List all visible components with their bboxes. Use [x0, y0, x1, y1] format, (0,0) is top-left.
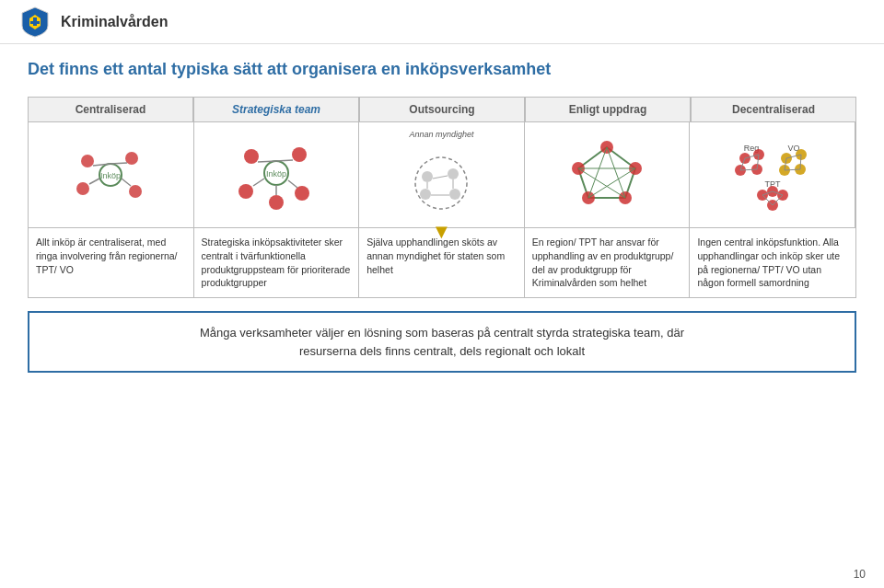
svg-point-4: [81, 155, 94, 167]
svg-point-18: [269, 195, 284, 210]
svg-line-10: [89, 179, 99, 184]
text-cell-1: Strategiska inköpsaktiviteter sker centr…: [194, 228, 360, 297]
svg-line-11: [122, 179, 131, 186]
outsourcing-arrow: ▼: [432, 220, 452, 244]
columns-header: Centraliserad Strategiska team Outsourci…: [28, 97, 856, 122]
diagram-cell-4: Reg VO: [690, 122, 855, 228]
svg-point-5: [125, 152, 138, 165]
col-header-1: Strategiska team: [193, 97, 359, 122]
svg-marker-33: [578, 147, 635, 198]
svg-point-27: [420, 189, 431, 200]
svg-text:Inköp: Inköp: [100, 171, 121, 180]
svg-point-7: [129, 185, 142, 198]
header: Kriminalvården: [0, 0, 884, 44]
org-name: Kriminalvården: [61, 14, 168, 30]
svg-point-15: [292, 147, 307, 162]
svg-text:Inköp: Inköp: [266, 169, 286, 179]
logo-area: Kriminalvården: [18, 6, 168, 39]
svg-line-9: [110, 163, 127, 164]
diagram-enligt: [565, 138, 648, 212]
diagram-strategiska: Inköp: [235, 138, 318, 212]
svg-point-28: [449, 189, 460, 200]
svg-point-24: [415, 157, 467, 209]
main-content: Det finns ett antal typiska sätt att org…: [0, 44, 884, 382]
svg-line-21: [253, 179, 264, 186]
diagram-cell-3: [525, 122, 691, 228]
page: Kriminalvården Det finns ett antal typis…: [0, 0, 884, 588]
diagram-centraliserad: Inköp: [69, 138, 152, 212]
svg-line-29: [433, 176, 448, 179]
diagram-decentraliserad: Reg VO: [731, 138, 814, 212]
bottom-text: Många verksamheter väljer en lösning som…: [200, 326, 684, 358]
diagram-cell-2: Annan myndighet ▼: [359, 122, 525, 228]
diagram-outsourcing: [400, 144, 483, 218]
svg-rect-1: [30, 21, 40, 24]
svg-point-16: [238, 184, 253, 199]
page-number: 10: [854, 568, 866, 581]
annan-myndighet-label: Annan myndighet: [409, 130, 473, 139]
svg-point-14: [244, 149, 259, 164]
text-cell-4: Ingen central inköpsfunktion. Alla uppha…: [690, 228, 855, 297]
diagram-cell-1: Inköp: [194, 122, 360, 228]
kriminalvarden-logo: [18, 6, 52, 39]
svg-line-8: [93, 164, 110, 166]
diagram-row: Inköp Inköp: [28, 122, 856, 228]
diagram-cell-0: Inköp: [29, 122, 194, 228]
svg-line-19: [258, 161, 276, 162]
col-header-3: Enligt uppdrag: [525, 97, 691, 122]
svg-line-20: [276, 160, 293, 161]
col-header-0: Centraliserad: [28, 97, 193, 122]
col-header-2: Outsourcing: [359, 97, 525, 122]
svg-point-26: [448, 168, 459, 179]
text-cell-3: En region/ TPT har ansvar för upphandlin…: [525, 228, 691, 297]
page-title: Det finns ett antal typiska sätt att org…: [28, 59, 856, 80]
svg-point-25: [422, 171, 433, 182]
svg-point-6: [76, 182, 89, 195]
svg-line-22: [288, 180, 297, 188]
bottom-box: Många verksamheter väljer en lösning som…: [28, 311, 856, 373]
col-header-4: Decentraliserad: [691, 97, 856, 122]
text-cell-0: Allt inköp är centraliserat, med ringa i…: [29, 228, 194, 297]
